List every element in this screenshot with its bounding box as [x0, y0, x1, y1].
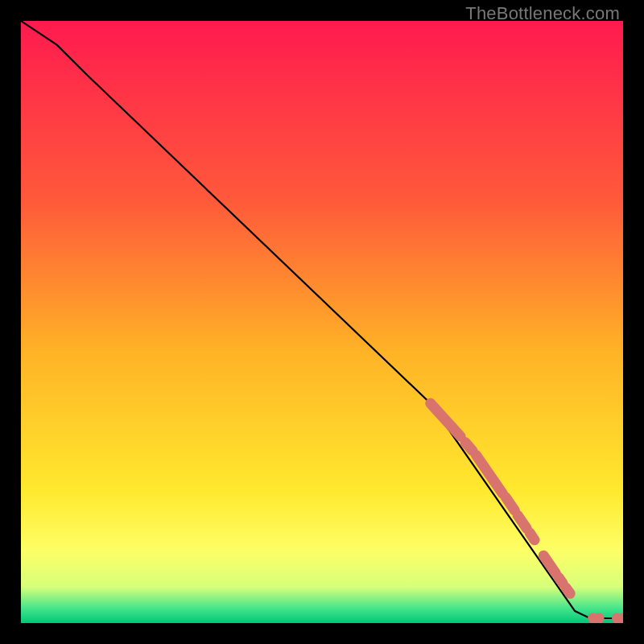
marker-segment [566, 588, 570, 593]
marker-segment [465, 443, 473, 451]
marker-point [594, 613, 605, 623]
marker-segment [506, 497, 514, 510]
chart-frame: TheBottleneck.com [0, 0, 644, 644]
marker-segment [530, 533, 535, 540]
marker-segment [518, 515, 526, 528]
chart-svg [21, 21, 623, 623]
marker-segment [559, 577, 563, 583]
plot-area [21, 21, 623, 623]
